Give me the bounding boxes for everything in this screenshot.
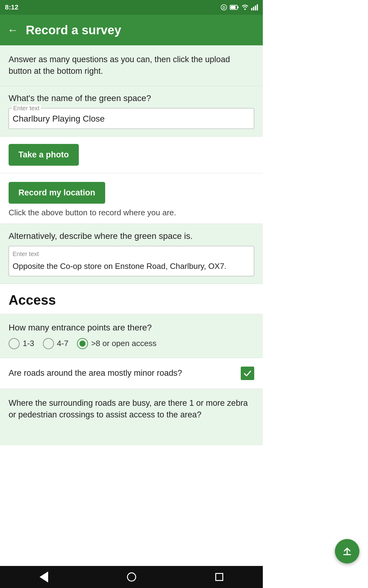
signal-icon bbox=[251, 4, 258, 10]
alternative-location-input[interactable]: Opposite the Co-op store on Enstone Road… bbox=[13, 261, 250, 272]
green-space-question-label: What's the name of the green space? bbox=[9, 93, 254, 103]
status-bar: 8:12 D bbox=[0, 0, 263, 15]
location-section: Record my location Click the above butto… bbox=[0, 173, 263, 224]
nav-home-button[interactable] bbox=[127, 572, 136, 582]
status-icons: D bbox=[220, 4, 258, 11]
radio-item-1-3[interactable]: 1-3 bbox=[9, 338, 34, 349]
zebra-crossings-label: Where the surrounding roads are busy, ar… bbox=[9, 398, 254, 421]
svg-rect-6 bbox=[251, 8, 252, 10]
wifi-icon bbox=[241, 4, 249, 10]
recent-square-icon bbox=[215, 573, 223, 581]
radio-item-open-access[interactable]: >8 or open access bbox=[77, 338, 156, 349]
radio-inner-open-access bbox=[79, 341, 86, 347]
entrance-points-radio-group: 1-3 4-7 >8 or open access bbox=[9, 338, 254, 349]
minor-roads-checkbox[interactable] bbox=[241, 367, 254, 380]
back-button[interactable]: ← bbox=[7, 24, 18, 36]
svg-rect-8 bbox=[255, 6, 256, 10]
radio-label-1-3: 1-3 bbox=[23, 339, 34, 348]
alternative-location-placeholder: Enter text bbox=[13, 251, 250, 258]
svg-rect-3 bbox=[231, 6, 236, 9]
minor-roads-label: Are roads around the area mostly minor r… bbox=[9, 368, 241, 378]
green-space-section: What's the name of the green space? Ente… bbox=[0, 86, 263, 137]
entrance-points-label: How many entrance points are there? bbox=[9, 323, 254, 333]
alternative-location-input-wrapper[interactable]: Enter text Opposite the Co-op store on E… bbox=[9, 246, 254, 276]
svg-text:D: D bbox=[223, 6, 225, 10]
access-heading: Access bbox=[9, 292, 254, 308]
data-saver-icon: D bbox=[220, 4, 227, 11]
minor-roads-section: Are roads around the area mostly minor r… bbox=[0, 358, 263, 389]
bottom-nav bbox=[0, 566, 263, 588]
green-space-input[interactable]: Charlbury Playing Close bbox=[13, 111, 250, 126]
instruction-text: Answer as many questions as you can, the… bbox=[9, 55, 230, 76]
entrance-points-section: How many entrance points are there? 1-3 … bbox=[0, 314, 263, 358]
battery-icon bbox=[230, 5, 239, 10]
take-photo-button[interactable]: Take a photo bbox=[9, 144, 79, 166]
instruction-banner: Answer as many questions as you can, the… bbox=[0, 45, 263, 86]
app-bar-title: Record a survey bbox=[26, 23, 121, 37]
green-space-input-wrapper[interactable]: Enter text Charlbury Playing Close bbox=[9, 108, 254, 129]
record-location-button[interactable]: Record my location bbox=[9, 182, 105, 204]
app-bar: ← Record a survey bbox=[0, 15, 263, 45]
back-triangle-icon bbox=[40, 571, 48, 582]
take-photo-section: Take a photo bbox=[0, 137, 263, 173]
radio-circle-1-3 bbox=[9, 338, 20, 349]
alternative-location-label: Alternatively, describe where the green … bbox=[9, 231, 254, 241]
check-icon bbox=[243, 369, 252, 378]
radio-item-4-7[interactable]: 4-7 bbox=[43, 338, 69, 349]
nav-back-button[interactable] bbox=[40, 571, 48, 582]
svg-rect-4 bbox=[237, 6, 239, 8]
svg-rect-9 bbox=[257, 4, 258, 10]
alternative-location-section: Alternatively, describe where the green … bbox=[0, 224, 263, 284]
status-time: 8:12 bbox=[5, 3, 18, 11]
radio-label-4-7: 4-7 bbox=[57, 339, 69, 348]
location-hint: Click the above button to record where y… bbox=[9, 208, 254, 217]
radio-circle-open-access bbox=[77, 338, 88, 349]
svg-point-5 bbox=[244, 9, 246, 10]
zebra-crossings-section: Where the surrounding roads are busy, ar… bbox=[0, 389, 263, 445]
radio-circle-4-7 bbox=[43, 338, 54, 349]
svg-rect-7 bbox=[253, 7, 254, 10]
radio-label-open-access: >8 or open access bbox=[91, 339, 156, 348]
green-space-placeholder: Enter text bbox=[12, 105, 41, 112]
home-circle-icon bbox=[127, 572, 136, 582]
nav-recent-button[interactable] bbox=[215, 573, 223, 581]
access-section: Access bbox=[0, 284, 263, 314]
